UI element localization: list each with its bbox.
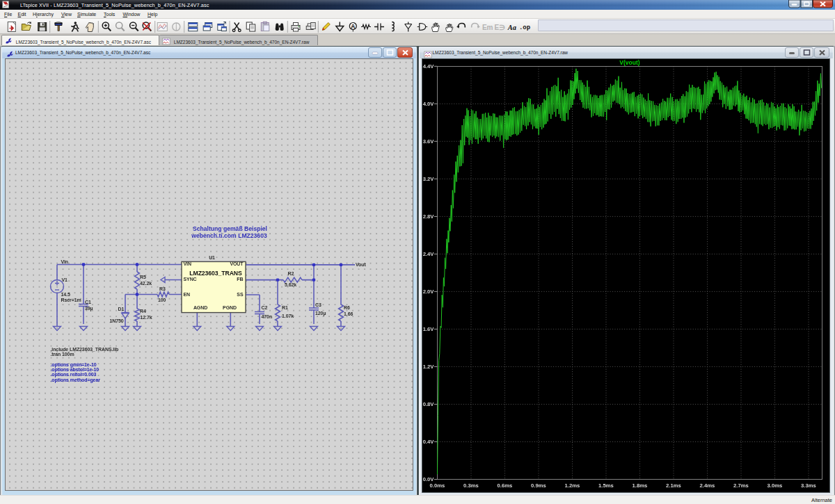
svg-text:1.5ms: 1.5ms: [598, 482, 614, 489]
svg-text:0.6ms: 0.6ms: [497, 482, 512, 489]
svg-text:0.0ms: 0.0ms: [429, 482, 445, 489]
svg-text:2.4ms: 2.4ms: [699, 482, 715, 489]
svg-text:3.2V: 3.2V: [422, 176, 434, 182]
svg-text:0.9ms: 0.9ms: [531, 482, 546, 489]
svg-text:4.4V: 4.4V: [422, 63, 434, 70]
svg-text:0.8V: 0.8V: [422, 401, 434, 407]
svg-text:.op: .op: [519, 24, 530, 31]
svg-text:0.3ms: 0.3ms: [463, 482, 479, 489]
svg-text:2.8V: 2.8V: [422, 213, 434, 220]
svg-text:1.2V: 1.2V: [422, 364, 434, 370]
svg-text:1.6V: 1.6V: [422, 326, 434, 332]
svg-text:2.1ms: 2.1ms: [666, 482, 681, 489]
svg-text:2.4V: 2.4V: [422, 251, 434, 257]
svg-text:4.0V: 4.0V: [422, 101, 434, 107]
svg-text:1.8ms: 1.8ms: [632, 482, 647, 489]
svg-text:Aa: Aa: [507, 23, 516, 31]
svg-text:A: A: [351, 22, 355, 29]
svg-text:3.0ms: 3.0ms: [767, 482, 782, 489]
svg-text:1.2ms: 1.2ms: [564, 482, 580, 489]
svg-text:2.7ms: 2.7ms: [733, 482, 749, 489]
svg-text:E∋: E∋: [495, 23, 506, 31]
svg-text:2.0V: 2.0V: [422, 288, 434, 295]
svg-text:Em: Em: [482, 23, 493, 31]
svg-text:V(vout): V(vout): [619, 59, 639, 66]
svg-text:0.4V: 0.4V: [422, 439, 434, 445]
svg-text:3.6V: 3.6V: [422, 138, 434, 145]
svg-text:3.3ms: 3.3ms: [801, 482, 816, 489]
